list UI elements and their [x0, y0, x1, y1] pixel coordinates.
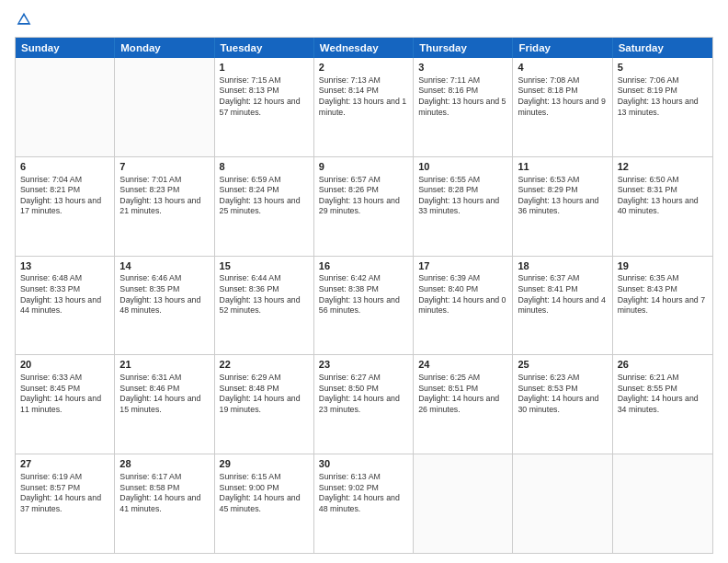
header-day-monday: Monday: [115, 38, 214, 58]
cell-day-number: 3: [418, 61, 507, 75]
calendar-cell: 28Sunrise: 6:17 AM Sunset: 8:58 PM Dayli…: [115, 454, 214, 553]
cell-day-number: 18: [518, 259, 607, 273]
cell-info-text: Sunrise: 6:15 AM Sunset: 9:00 PM Dayligh…: [220, 472, 309, 514]
header-day-saturday: Saturday: [613, 38, 712, 58]
cell-day-number: 20: [20, 358, 109, 372]
logo-icon: [16, 11, 32, 28]
header: [15, 11, 713, 31]
logo: [15, 11, 34, 31]
cell-info-text: Sunrise: 7:08 AM Sunset: 8:18 PM Dayligh…: [518, 75, 607, 118]
cell-day-number: 1: [220, 61, 309, 75]
header-day-sunday: Sunday: [16, 38, 115, 58]
cell-day-number: 25: [518, 358, 607, 372]
cell-info-text: Sunrise: 6:44 AM Sunset: 8:36 PM Dayligh…: [220, 273, 309, 316]
calendar-cell: 27Sunrise: 6:19 AM Sunset: 8:57 PM Dayli…: [16, 454, 115, 553]
calendar-cell: 11Sunrise: 6:53 AM Sunset: 8:29 PM Dayli…: [513, 157, 612, 256]
cell-day-number: 30: [319, 457, 408, 471]
cell-info-text: Sunrise: 7:13 AM Sunset: 8:14 PM Dayligh…: [319, 75, 408, 118]
calendar-cell: [115, 58, 214, 156]
calendar-cell: 5Sunrise: 7:06 AM Sunset: 8:19 PM Daylig…: [613, 58, 712, 156]
calendar-cell: 29Sunrise: 6:15 AM Sunset: 9:00 PM Dayli…: [215, 454, 314, 553]
calendar-cell: 2Sunrise: 7:13 AM Sunset: 8:14 PM Daylig…: [314, 58, 414, 156]
calendar-cell: [513, 454, 612, 553]
cell-info-text: Sunrise: 6:25 AM Sunset: 8:51 PM Dayligh…: [418, 373, 507, 415]
cell-day-number: 24: [418, 358, 507, 372]
calendar-cell: 13Sunrise: 6:48 AM Sunset: 8:33 PM Dayli…: [16, 257, 115, 355]
cell-info-text: Sunrise: 6:33 AM Sunset: 8:45 PM Dayligh…: [20, 373, 109, 415]
calendar-cell: 12Sunrise: 6:50 AM Sunset: 8:31 PM Dayli…: [613, 157, 712, 256]
cell-day-number: 2: [319, 61, 408, 75]
calendar-cell: 18Sunrise: 6:37 AM Sunset: 8:41 PM Dayli…: [513, 257, 612, 355]
cell-info-text: Sunrise: 7:01 AM Sunset: 8:23 PM Dayligh…: [119, 175, 209, 217]
cell-info-text: Sunrise: 6:27 AM Sunset: 8:50 PM Dayligh…: [319, 373, 408, 415]
calendar-cell: 4Sunrise: 7:08 AM Sunset: 8:18 PM Daylig…: [513, 58, 612, 156]
cell-info-text: Sunrise: 6:42 AM Sunset: 8:38 PM Dayligh…: [319, 273, 408, 316]
cell-day-number: 29: [220, 457, 309, 471]
cell-day-number: 22: [220, 358, 309, 372]
calendar-row-5: 27Sunrise: 6:19 AM Sunset: 8:57 PM Dayli…: [16, 454, 712, 553]
cell-info-text: Sunrise: 6:21 AM Sunset: 8:55 PM Dayligh…: [618, 373, 708, 415]
calendar-cell: 16Sunrise: 6:42 AM Sunset: 8:38 PM Dayli…: [314, 257, 414, 355]
cell-info-text: Sunrise: 6:57 AM Sunset: 8:26 PM Dayligh…: [319, 175, 408, 217]
calendar-cell: 15Sunrise: 6:44 AM Sunset: 8:36 PM Dayli…: [215, 257, 314, 355]
cell-day-number: 23: [319, 358, 408, 372]
calendar-cell: 10Sunrise: 6:55 AM Sunset: 8:28 PM Dayli…: [414, 157, 513, 256]
calendar-cell: [16, 58, 115, 156]
calendar-cell: 14Sunrise: 6:46 AM Sunset: 8:35 PM Dayli…: [115, 257, 214, 355]
calendar-cell: 9Sunrise: 6:57 AM Sunset: 8:26 PM Daylig…: [314, 157, 414, 256]
cell-info-text: Sunrise: 6:31 AM Sunset: 8:46 PM Dayligh…: [119, 373, 209, 415]
cell-info-text: Sunrise: 6:19 AM Sunset: 8:57 PM Dayligh…: [20, 472, 109, 514]
calendar: SundayMondayTuesdayWednesdayThursdayFrid…: [15, 37, 713, 554]
calendar-row-3: 13Sunrise: 6:48 AM Sunset: 8:33 PM Dayli…: [16, 256, 712, 355]
calendar-cell: [613, 454, 712, 553]
cell-info-text: Sunrise: 6:59 AM Sunset: 8:24 PM Dayligh…: [220, 175, 309, 217]
cell-day-number: 17: [418, 259, 507, 273]
cell-day-number: 9: [319, 160, 408, 174]
calendar-cell: 1Sunrise: 7:15 AM Sunset: 8:13 PM Daylig…: [215, 58, 314, 156]
calendar-body: 1Sunrise: 7:15 AM Sunset: 8:13 PM Daylig…: [16, 58, 712, 553]
cell-info-text: Sunrise: 6:55 AM Sunset: 8:28 PM Dayligh…: [418, 175, 507, 217]
calendar-header-row: SundayMondayTuesdayWednesdayThursdayFrid…: [16, 38, 712, 58]
calendar-cell: 20Sunrise: 6:33 AM Sunset: 8:45 PM Dayli…: [16, 355, 115, 454]
cell-day-number: 26: [618, 358, 708, 372]
cell-day-number: 11: [518, 160, 607, 174]
page: SundayMondayTuesdayWednesdayThursdayFrid…: [0, 0, 728, 563]
cell-info-text: Sunrise: 6:46 AM Sunset: 8:35 PM Dayligh…: [119, 273, 209, 316]
cell-info-text: Sunrise: 6:13 AM Sunset: 9:02 PM Dayligh…: [319, 472, 408, 514]
cell-day-number: 28: [119, 457, 209, 471]
cell-info-text: Sunrise: 6:35 AM Sunset: 8:43 PM Dayligh…: [618, 273, 708, 316]
cell-day-number: 10: [418, 160, 507, 174]
calendar-cell: 22Sunrise: 6:29 AM Sunset: 8:48 PM Dayli…: [215, 355, 314, 454]
cell-info-text: Sunrise: 7:04 AM Sunset: 8:21 PM Dayligh…: [20, 175, 109, 217]
cell-info-text: Sunrise: 6:39 AM Sunset: 8:40 PM Dayligh…: [418, 273, 507, 316]
calendar-cell: 26Sunrise: 6:21 AM Sunset: 8:55 PM Dayli…: [613, 355, 712, 454]
cell-day-number: 4: [518, 61, 607, 75]
header-day-friday: Friday: [513, 38, 612, 58]
calendar-row-2: 6Sunrise: 7:04 AM Sunset: 8:21 PM Daylig…: [16, 156, 712, 256]
cell-day-number: 6: [20, 160, 109, 174]
calendar-cell: 25Sunrise: 6:23 AM Sunset: 8:53 PM Dayli…: [513, 355, 612, 454]
cell-day-number: 19: [618, 259, 708, 273]
cell-info-text: Sunrise: 6:23 AM Sunset: 8:53 PM Dayligh…: [518, 373, 607, 415]
calendar-cell: 7Sunrise: 7:01 AM Sunset: 8:23 PM Daylig…: [115, 157, 214, 256]
calendar-cell: 8Sunrise: 6:59 AM Sunset: 8:24 PM Daylig…: [215, 157, 314, 256]
calendar-cell: [414, 454, 513, 553]
cell-info-text: Sunrise: 7:06 AM Sunset: 8:19 PM Dayligh…: [618, 75, 708, 118]
calendar-cell: 23Sunrise: 6:27 AM Sunset: 8:50 PM Dayli…: [314, 355, 414, 454]
calendar-row-4: 20Sunrise: 6:33 AM Sunset: 8:45 PM Dayli…: [16, 354, 712, 454]
calendar-cell: 24Sunrise: 6:25 AM Sunset: 8:51 PM Dayli…: [414, 355, 513, 454]
cell-day-number: 12: [618, 160, 708, 174]
calendar-cell: 3Sunrise: 7:11 AM Sunset: 8:16 PM Daylig…: [414, 58, 513, 156]
cell-day-number: 14: [119, 259, 209, 273]
header-day-wednesday: Wednesday: [314, 38, 414, 58]
cell-info-text: Sunrise: 7:11 AM Sunset: 8:16 PM Dayligh…: [418, 75, 507, 118]
cell-day-number: 5: [618, 61, 708, 75]
calendar-cell: 17Sunrise: 6:39 AM Sunset: 8:40 PM Dayli…: [414, 257, 513, 355]
cell-info-text: Sunrise: 6:48 AM Sunset: 8:33 PM Dayligh…: [20, 273, 109, 316]
calendar-cell: 30Sunrise: 6:13 AM Sunset: 9:02 PM Dayli…: [314, 454, 414, 553]
calendar-cell: 19Sunrise: 6:35 AM Sunset: 8:43 PM Dayli…: [613, 257, 712, 355]
cell-day-number: 13: [20, 259, 109, 273]
cell-info-text: Sunrise: 6:29 AM Sunset: 8:48 PM Dayligh…: [220, 373, 309, 415]
calendar-row-1: 1Sunrise: 7:15 AM Sunset: 8:13 PM Daylig…: [16, 58, 712, 156]
calendar-cell: 6Sunrise: 7:04 AM Sunset: 8:21 PM Daylig…: [16, 157, 115, 256]
